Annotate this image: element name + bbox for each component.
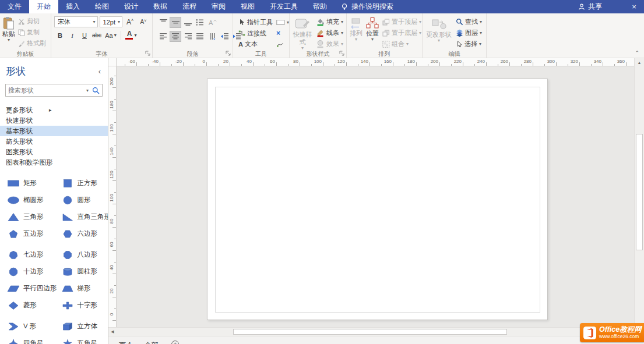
- change-shape-button[interactable]: 更改形状 ▾: [424, 15, 454, 49]
- select-button[interactable]: 选择▾: [454, 38, 484, 49]
- insert-page-button[interactable]: +: [171, 341, 179, 344]
- drawing-page[interactable]: [207, 79, 548, 320]
- menu-tab[interactable]: 绘图: [87, 0, 117, 13]
- stencil-shape-triangle[interactable]: 三角形: [0, 208, 54, 225]
- send-to-back-button[interactable]: 置于底层▾: [381, 27, 423, 38]
- pointer-tool-button[interactable]: 指针工具: [237, 17, 275, 28]
- quick-styles-button[interactable]: 快速样式 ▾: [291, 15, 314, 49]
- cut-button[interactable]: 剪切: [16, 16, 48, 27]
- copy-button[interactable]: 复制: [16, 27, 48, 38]
- layers-button[interactable]: 图层▾: [454, 27, 484, 38]
- stencil-category[interactable]: 快速形状: [0, 115, 108, 126]
- menu-tab[interactable]: 数据: [146, 0, 175, 13]
- menu-tab[interactable]: 审阅: [204, 0, 233, 13]
- vertical-scrollbar[interactable]: ▲ ▼: [634, 58, 644, 336]
- stencil-shape-octagon[interactable]: 八边形: [54, 246, 108, 263]
- italic-button[interactable]: I: [66, 30, 78, 41]
- effects-button[interactable]: 效果▾: [314, 38, 345, 49]
- stencil-category[interactable]: 箭头形状: [0, 136, 108, 147]
- align-right-button[interactable]: [182, 31, 193, 42]
- align-center-button[interactable]: [170, 31, 181, 42]
- panel-collapse-button[interactable]: ‹: [98, 67, 102, 76]
- stencil-shape-pentagon[interactable]: 五边形: [0, 225, 54, 242]
- search-dropdown-caret[interactable]: ▾: [84, 88, 91, 93]
- page-tab[interactable]: 页 1: [119, 341, 132, 344]
- find-button[interactable]: 查找▾: [454, 16, 484, 27]
- bullets-button[interactable]: [194, 17, 206, 28]
- position-button[interactable]: 位置 ▾: [364, 15, 381, 49]
- stencil-shape-cylinder[interactable]: 圆柱形: [54, 263, 108, 280]
- stencil-shape-cross[interactable]: 十字形: [54, 297, 108, 314]
- search-icon[interactable]: [91, 87, 102, 94]
- stencil-category[interactable]: 图表和数学图形: [0, 157, 108, 168]
- stencil-shape-diamond[interactable]: 菱形: [0, 297, 54, 314]
- menu-tab[interactable]: 插入: [58, 0, 87, 13]
- shrink-font-button[interactable]: A˅: [138, 16, 149, 27]
- stencil-shape-chevron[interactable]: V 形: [0, 318, 54, 335]
- delete-tool-button[interactable]: ×: [275, 28, 291, 39]
- fill-button[interactable]: 填充▾: [314, 16, 345, 27]
- stencil-shape-star-5[interactable]: 五角星: [54, 335, 108, 344]
- shrink-font-button[interactable]: A: [206, 17, 218, 28]
- menu-tab[interactable]: 帮助: [305, 0, 335, 13]
- menu-tab[interactable]: 开始: [29, 0, 58, 13]
- drawing-canvas[interactable]: [117, 66, 634, 327]
- paragraph-dialog-launcher[interactable]: [225, 50, 231, 56]
- font-size-combo[interactable]: 12pt▾: [100, 16, 122, 27]
- stencil-shape-parallelogram[interactable]: 平行四边形: [0, 280, 54, 297]
- strikethrough-button[interactable]: abc: [91, 30, 103, 41]
- stencil-shape-square[interactable]: 正方形: [54, 175, 108, 191]
- align-left-button[interactable]: [157, 31, 169, 42]
- stencil-shape-ellipse[interactable]: 椭圆形: [0, 191, 54, 208]
- share-button[interactable]: 共享: [572, 2, 608, 12]
- stencil-shape-trapezoid[interactable]: 梯形: [54, 280, 108, 297]
- font-color-button[interactable]: A ▾: [124, 30, 139, 41]
- menu-tab[interactable]: 视图: [233, 0, 262, 13]
- horizontal-scrollbar[interactable]: ◀: [108, 327, 634, 336]
- stencil-shape-circle[interactable]: 圆形: [54, 191, 108, 208]
- indent-decrease-button[interactable]: [219, 31, 230, 42]
- connector-tool-button[interactable]: 连接线: [237, 28, 275, 39]
- bring-to-front-button[interactable]: 置于顶层▾: [381, 16, 423, 27]
- stencil-shape-heptagon[interactable]: 七边形: [0, 246, 54, 263]
- close-button[interactable]: ×: [624, 0, 644, 13]
- align-shapes-button[interactable]: 排列 ▾: [348, 15, 364, 49]
- font-dialog-launcher[interactable]: [145, 50, 151, 56]
- vertical-scroll-thumb[interactable]: [636, 134, 643, 250]
- scroll-left-arrow[interactable]: ◀: [108, 328, 117, 336]
- stencil-shape-hexagon[interactable]: 六边形: [54, 225, 108, 242]
- justify-button[interactable]: [194, 31, 206, 42]
- grow-font-button[interactable]: A˄: [124, 16, 136, 27]
- stencil-shape-decagon[interactable]: 十边形: [0, 263, 54, 280]
- collapse-ribbon-button[interactable]: ⌃: [635, 50, 639, 56]
- stencil-shape-star-4[interactable]: 四角星: [0, 335, 54, 344]
- change-case-button[interactable]: Aa▾: [103, 30, 118, 41]
- group-shapes-button[interactable]: 组合▾: [381, 38, 423, 49]
- underline-button[interactable]: U: [79, 30, 90, 41]
- shape-search-input[interactable]: [6, 87, 84, 94]
- stencil-category[interactable]: 基本形状: [0, 126, 108, 136]
- valign-middle-button[interactable]: [170, 17, 181, 28]
- line-button[interactable]: 线条▾: [314, 27, 345, 38]
- horizontal-scroll-thumb[interactable]: [233, 329, 507, 335]
- tell-me-search[interactable]: 操作说明搜索: [335, 0, 399, 13]
- font-name-combo[interactable]: 宋体▾: [54, 16, 98, 27]
- stencil-shape-cube[interactable]: 立方体: [54, 318, 108, 335]
- format-painter-button[interactable]: 格式刷: [16, 38, 48, 49]
- paste-button[interactable]: 粘贴 ▾: [1, 15, 16, 49]
- stencil-category[interactable]: 图案形状: [0, 147, 108, 157]
- stencil-shape-rectangle[interactable]: 矩形: [0, 175, 54, 191]
- menu-tab[interactable]: 文件: [0, 0, 29, 13]
- scroll-up-arrow[interactable]: ▲: [635, 58, 644, 66]
- valign-bottom-button[interactable]: [182, 17, 193, 28]
- all-pages-tab[interactable]: 全部: [145, 341, 159, 344]
- text-tool-button[interactable]: A 文本: [237, 38, 275, 49]
- stencil-shape-right-triangle[interactable]: 直角三角形: [54, 208, 108, 225]
- freeform-tool-button[interactable]: [275, 38, 291, 49]
- valign-top-button[interactable]: [157, 17, 169, 28]
- menu-tab[interactable]: 开发工具: [262, 0, 305, 13]
- menu-tab[interactable]: 设计: [117, 0, 146, 13]
- bold-button[interactable]: B: [54, 30, 66, 41]
- menu-tab[interactable]: 流程: [175, 0, 204, 13]
- stencil-category[interactable]: 更多形状▸: [0, 105, 108, 115]
